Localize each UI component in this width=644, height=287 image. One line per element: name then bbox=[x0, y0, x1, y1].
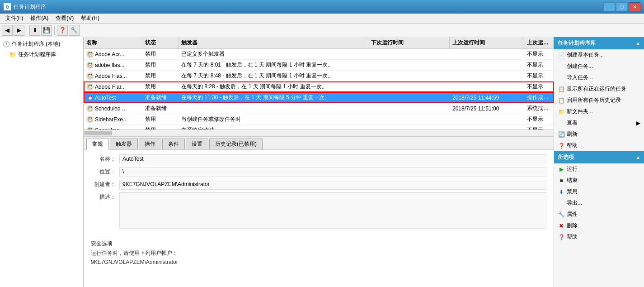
sub-action-icon-1: ■ bbox=[558, 177, 565, 184]
menu-file[interactable]: 文件(F) bbox=[2, 14, 27, 23]
right-sub-arrow: ▲ bbox=[636, 155, 640, 160]
table-row[interactable]: ⏰ Adobe Flar... 禁用 在每天的 8:28 - 触发后，在 1 天… bbox=[84, 81, 554, 92]
right-section-sub-header: 所选项 ▲ bbox=[554, 151, 644, 163]
menu-help[interactable]: 帮助(H) bbox=[77, 14, 103, 23]
table-row[interactable]: ⏰ AutoTest 准备就绪 在每天的 11:30 - 触发后，在 1 天 期… bbox=[84, 92, 554, 103]
back-button[interactable]: ◀ bbox=[2, 25, 13, 36]
task-icon: ⏰ bbox=[86, 105, 94, 112]
action-label: 查看 bbox=[567, 119, 578, 127]
right-sub-action-2[interactable]: ⬇禁用 bbox=[554, 186, 644, 197]
right-sub-action-1[interactable]: ■结束 bbox=[554, 175, 644, 186]
menu-action[interactable]: 操作(A) bbox=[27, 14, 52, 23]
detail-tab-2[interactable]: 操作 bbox=[139, 139, 161, 149]
task-last-run bbox=[450, 86, 524, 88]
table-row[interactable]: ⏰ Adobe Flas... 禁用 在每 7 天的 8:48 - 触发后，在 … bbox=[84, 71, 554, 81]
task-name: Adobe Flas... bbox=[95, 73, 127, 79]
action-icon-8: ❓ bbox=[558, 142, 565, 149]
right-main-action-8[interactable]: ❓帮助 bbox=[554, 140, 644, 151]
right-main-action-2[interactable]: 导入任务... bbox=[554, 72, 644, 83]
detail-name-label: 名称： bbox=[91, 154, 116, 163]
save-button[interactable]: 💾 bbox=[41, 25, 52, 36]
task-next-run bbox=[368, 118, 450, 121]
detail-tab-3[interactable]: 条件 bbox=[162, 139, 185, 149]
right-sub-actions: ▶运行■结束⬇禁用导出...🔧属性✖删除❓帮助 bbox=[554, 163, 644, 243]
task-name: adobe flas... bbox=[95, 62, 124, 68]
task-icon: ⏰ bbox=[86, 72, 94, 80]
col-header-name[interactable]: 名称 bbox=[84, 37, 142, 48]
right-sub-action-3[interactable]: 导出... bbox=[554, 197, 644, 209]
right-sub-action-0[interactable]: ▶运行 bbox=[554, 163, 644, 175]
sidebar-item-local[interactable]: 🕐 任务计划程序 (本地) bbox=[0, 39, 83, 49]
task-last-run bbox=[450, 53, 524, 56]
clock-icon: 🕐 bbox=[3, 41, 10, 48]
col-header-trigger[interactable]: 触发器 bbox=[179, 37, 368, 48]
minimize-button[interactable]: ─ bbox=[603, 2, 615, 11]
right-main-arrow: ▲ bbox=[636, 41, 640, 46]
task-list-hscrollbar[interactable] bbox=[84, 129, 554, 136]
right-sub-action-5[interactable]: ✖删除 bbox=[554, 220, 644, 231]
task-trigger: 在每 7 天的 8:01 - 触发后，在 1 天 期间每隔 1 小时 重复一次。 bbox=[179, 60, 368, 70]
detail-tab-0[interactable]: 常规 bbox=[86, 139, 109, 150]
help-button[interactable]: ❓ bbox=[57, 25, 68, 36]
title-bar: ⚙ 任务计划程序 ─ □ ✕ bbox=[0, 0, 644, 14]
task-trigger: 在每 7 天的 8:48 - 触发后，在 1 天 期间每隔 1 小时 重复一次。 bbox=[179, 71, 368, 81]
col-header-last-run[interactable]: 上次运行时间 bbox=[450, 37, 524, 48]
sidebar: 🕐 任务计划程序 (本地) 📁 任务计划程序库 bbox=[0, 37, 84, 287]
hscroll-thumb[interactable] bbox=[85, 131, 112, 135]
action-label: 导入任务... bbox=[567, 74, 593, 81]
col-header-next-run[interactable]: 下次运行时间 bbox=[368, 37, 450, 48]
maximize-button[interactable]: □ bbox=[616, 2, 628, 11]
window-title: 任务计划程序 bbox=[14, 3, 603, 11]
task-name: Scheduled ... bbox=[95, 105, 127, 112]
forward-button[interactable]: ▶ bbox=[14, 25, 24, 36]
right-sub-action-4[interactable]: 🔧属性 bbox=[554, 209, 644, 220]
table-row[interactable]: ⏰ adobe flas... 禁用 在每 7 天的 8:01 - 触发后，在 … bbox=[84, 60, 554, 71]
task-trigger: 在每天的 11:30 - 触发后，在 1 天 期间每隔 5 分钟 重复一次。 bbox=[179, 92, 368, 103]
detail-location-label: 位置： bbox=[91, 167, 116, 176]
task-status: 禁用 bbox=[142, 81, 179, 92]
task-status: 禁用 bbox=[142, 125, 179, 129]
task-status: 准备就绪 bbox=[142, 92, 179, 103]
table-row[interactable]: ⏰ Adobe Acr... 禁用 已定义多个触发器 不显示 bbox=[84, 49, 554, 60]
col-header-status[interactable]: 状态 bbox=[142, 37, 179, 48]
settings-button[interactable]: 🔧 bbox=[69, 25, 80, 36]
right-main-action-1[interactable]: 创建任务... bbox=[554, 61, 644, 72]
action-icon-3: 📋 bbox=[558, 86, 565, 93]
task-last-run: 2018/7/25 11:51:00 bbox=[450, 104, 524, 113]
right-main-action-3[interactable]: 📋显示所有正在运行的任务 bbox=[554, 83, 644, 95]
detail-desc-label: 描述： bbox=[91, 192, 116, 201]
sidebar-item-library[interactable]: 📁 任务计划程序库 bbox=[6, 49, 83, 60]
task-last-run bbox=[450, 75, 524, 77]
sub-action-icon-0: ▶ bbox=[558, 166, 565, 173]
detail-security-section: 安全选项 运行任务时，请使用下列用户帐户： 9KE7GNJVOLAPZEM\Ad… bbox=[91, 236, 546, 265]
up-button[interactable]: ⬆ bbox=[29, 25, 40, 36]
action-label: 创建任务... bbox=[567, 62, 593, 70]
right-main-action-6[interactable]: 查看▶ bbox=[554, 117, 644, 129]
task-last-result: 系统找不到指定的路径。 bbox=[524, 103, 554, 114]
right-main-action-0[interactable]: 📄创建基本任务... bbox=[554, 49, 644, 61]
right-main-action-5[interactable]: 📁新文件夹... bbox=[554, 106, 644, 117]
table-row[interactable]: ⏰ SogouIme... 禁用 在系统启动时 不显示 bbox=[84, 125, 554, 129]
detail-desc-field: 描述： bbox=[91, 192, 546, 229]
detail-security-run-as-value: 9KE7GNJVOLAPZEM\Administrator bbox=[91, 259, 546, 265]
detail-security-run-as-label: 运行任务时，请使用下列用户帐户： bbox=[91, 249, 546, 257]
right-main-action-7[interactable]: 🔄刷新 bbox=[554, 129, 644, 140]
detail-tab-4[interactable]: 设置 bbox=[186, 139, 208, 149]
action-icon-6 bbox=[558, 120, 565, 127]
right-panel: 任务计划程序库 ▲ 📄创建基本任务...创建任务...导入任务...📋显示所有正… bbox=[554, 37, 644, 287]
sub-action-label: 属性 bbox=[567, 210, 578, 218]
detail-tab-5[interactable]: 历史记录(已禁用) bbox=[209, 139, 263, 149]
right-sub-action-6[interactable]: ❓帮助 bbox=[554, 231, 644, 243]
sub-action-label: 帮助 bbox=[567, 233, 578, 241]
detail-tab-1[interactable]: 触发器 bbox=[110, 139, 138, 149]
close-button[interactable]: ✕ bbox=[629, 2, 640, 11]
right-main-action-4[interactable]: 📋启用所有任务历史记录 bbox=[554, 95, 644, 106]
action-label: 新文件夹... bbox=[567, 108, 593, 115]
table-row[interactable]: ⏰ Scheduled ... 准备就绪 2018/7/25 11:51:00 … bbox=[84, 103, 554, 114]
table-row[interactable]: ⏰ SidebarExe... 禁用 当创建任务或修改任务时 不显示 bbox=[84, 114, 554, 125]
sub-action-icon-3 bbox=[558, 200, 565, 207]
menu-view[interactable]: 查看(V) bbox=[52, 14, 77, 23]
col-header-last-result[interactable]: 上次运行结果 bbox=[524, 37, 554, 48]
task-trigger: 在每天的 8:28 - 触发后，在 1 天 期间每隔 1 小时 重复一次。 bbox=[179, 81, 368, 92]
task-list-body[interactable]: ⏰ Adobe Acr... 禁用 已定义多个触发器 不显示 ⏰ adobe f… bbox=[84, 49, 554, 129]
